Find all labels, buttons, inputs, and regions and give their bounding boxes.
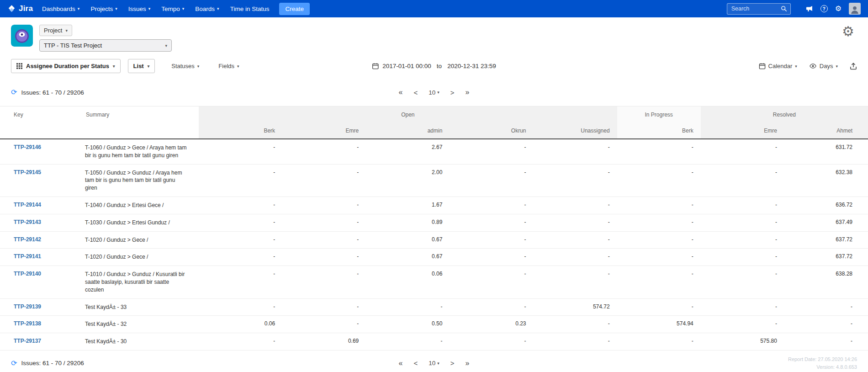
- issue-key-link[interactable]: TTP-29144: [14, 202, 41, 208]
- duration-cell: -: [199, 164, 282, 197]
- column-header-open-admin: admin: [366, 123, 450, 139]
- first-page-button[interactable]: «: [399, 360, 403, 367]
- calendar-type-dropdown[interactable]: Calendar ▾: [759, 63, 797, 69]
- project-stack: Project ▾ TTP - TIS Test Project ▾: [39, 25, 172, 52]
- duration-cell: -: [282, 197, 366, 214]
- duration-cell: -: [450, 139, 533, 164]
- refresh-icon[interactable]: ⟳: [11, 89, 17, 96]
- help-icon[interactable]: ?: [820, 5, 828, 12]
- duration-cell: 637.49: [784, 214, 868, 231]
- duration-cell: -: [617, 298, 701, 316]
- duration-cell: -: [282, 231, 366, 249]
- refresh-icon[interactable]: ⟳: [11, 360, 17, 367]
- duration-cell: -: [701, 249, 784, 266]
- report-header: Project ▾ TTP - TIS Test Project ▾ ⚙ Ass…: [0, 17, 868, 73]
- issue-summary: T-1020 / Gunduz > Gece /: [82, 231, 199, 249]
- controls-row: Assignee Duration per Status ▾ List ▾ St…: [11, 59, 857, 73]
- page-size-dropdown[interactable]: 10 ▾: [429, 360, 439, 367]
- duration-cell: -: [701, 298, 784, 316]
- page-size-dropdown[interactable]: 10 ▾: [429, 89, 439, 96]
- user-avatar[interactable]: [849, 3, 861, 15]
- chevron-down-icon: ▾: [115, 6, 117, 11]
- duration-cell: 575.80: [701, 333, 784, 351]
- duration-cell: -: [282, 249, 366, 266]
- issue-key-link[interactable]: TTP-29141: [14, 253, 41, 260]
- nav-item-dashboards[interactable]: Dashboards▾: [42, 5, 79, 12]
- fields-dropdown[interactable]: Fields ▾: [218, 63, 239, 69]
- duration-cell: -: [366, 298, 450, 316]
- duration-cell: -: [617, 249, 701, 266]
- nav-item-tempo[interactable]: Tempo▾: [161, 5, 184, 12]
- duration-cell: -: [282, 214, 366, 231]
- statuses-dropdown[interactable]: Statuses ▾: [171, 63, 199, 69]
- jira-home-link[interactable]: Jira: [7, 4, 33, 13]
- issue-key-link[interactable]: TTP-29146: [14, 144, 41, 150]
- duration-cell: -: [282, 266, 366, 298]
- create-button[interactable]: Create: [279, 3, 310, 15]
- nav-item-time-in-status[interactable]: Time in Status: [230, 5, 270, 12]
- scope-dropdown-button[interactable]: Project ▾: [39, 25, 72, 36]
- issue-key-link[interactable]: TTP-29142: [14, 236, 41, 243]
- issue-summary: Test KaydÄ± - 30: [82, 333, 199, 351]
- issue-key-link[interactable]: TTP-29137: [14, 338, 41, 344]
- duration-cell: -: [534, 139, 617, 164]
- issue-key-link[interactable]: TTP-29143: [14, 219, 41, 225]
- issue-key-link[interactable]: TTP-29140: [14, 271, 41, 277]
- scope-label: Project: [44, 27, 62, 34]
- feedback-megaphone-icon[interactable]: [805, 5, 813, 13]
- column-header-open-unassigned: Unassigned: [534, 123, 617, 139]
- grid-icon: [16, 63, 22, 69]
- view-mode-label: List: [133, 63, 144, 69]
- duration-cell: -: [450, 231, 533, 249]
- issue-key-link[interactable]: TTP-29139: [14, 303, 41, 310]
- duration-cell: -: [534, 214, 617, 231]
- report-type-label: Assignee Duration per Status: [26, 63, 109, 69]
- time-unit-dropdown[interactable]: Days ▾: [809, 62, 838, 70]
- duration-cell: -: [450, 164, 533, 197]
- issues-count-label: Issues: 61 - 70 / 29206: [21, 89, 84, 96]
- settings-gear-icon[interactable]: ⚙: [835, 5, 842, 12]
- report-settings-gear-icon[interactable]: ⚙: [842, 25, 857, 38]
- report-type-dropdown[interactable]: Assignee Duration per Status ▾: [11, 59, 121, 73]
- nav-item-issues[interactable]: Issues▾: [128, 5, 151, 12]
- duration-cell: -: [199, 214, 282, 231]
- issue-summary: Test KaydÄ± - 33: [82, 298, 199, 316]
- chevron-down-icon: ▾: [182, 6, 185, 11]
- jira-wordmark: Jira: [19, 4, 33, 13]
- issue-key-link[interactable]: TTP-29138: [14, 320, 41, 327]
- duration-cell: 0.67: [366, 231, 450, 249]
- nav-item-label: Boards: [195, 5, 215, 12]
- duration-cell: -: [534, 249, 617, 266]
- time-unit-label: Days: [820, 63, 833, 69]
- last-page-button[interactable]: »: [466, 360, 470, 367]
- prev-page-button[interactable]: <: [413, 89, 418, 96]
- duration-cell: -: [199, 197, 282, 214]
- column-groups-row: Key Summary OpenIn ProgressResolved: [0, 106, 868, 123]
- table-row: TTP-29139Test KaydÄ± - 33----574.72---: [0, 298, 868, 316]
- nav-item-boards[interactable]: Boards▾: [195, 5, 219, 12]
- search-input[interactable]: [730, 5, 781, 12]
- last-page-button[interactable]: »: [466, 89, 470, 96]
- nav-item-projects[interactable]: Projects▾: [90, 5, 117, 12]
- date-range[interactable]: 2017-01-01 00:00 to 2020-12-31 23:59: [372, 63, 496, 69]
- prev-page-button[interactable]: <: [413, 360, 418, 367]
- table-row: TTP-29146T-1060 / Gunduz > Gece / Araya …: [0, 139, 868, 164]
- column-header-open-emre: Emre: [282, 123, 366, 139]
- duration-cell: -: [450, 333, 533, 351]
- table-row: TTP-29144T-1040 / Gunduz > Ertesi Gece /…: [0, 197, 868, 214]
- project-select[interactable]: TTP - TIS Test Project ▾: [39, 39, 172, 52]
- first-page-button[interactable]: «: [399, 89, 403, 96]
- chevron-down-icon: ▾: [197, 64, 200, 69]
- search-box[interactable]: [727, 3, 791, 15]
- issue-key-link[interactable]: TTP-29145: [14, 169, 41, 175]
- search-icon[interactable]: [781, 5, 787, 12]
- view-mode-dropdown[interactable]: List ▾: [128, 59, 155, 73]
- nav-right: ? ⚙: [727, 3, 861, 15]
- export-button[interactable]: [850, 63, 857, 70]
- next-page-button[interactable]: >: [450, 360, 455, 367]
- column-group-in-progress: In Progress: [617, 106, 701, 123]
- help-question-glyph: ?: [820, 5, 828, 12]
- duration-cell: -: [199, 139, 282, 164]
- next-page-button[interactable]: >: [450, 89, 455, 96]
- nav-item-label: Tempo: [161, 5, 180, 12]
